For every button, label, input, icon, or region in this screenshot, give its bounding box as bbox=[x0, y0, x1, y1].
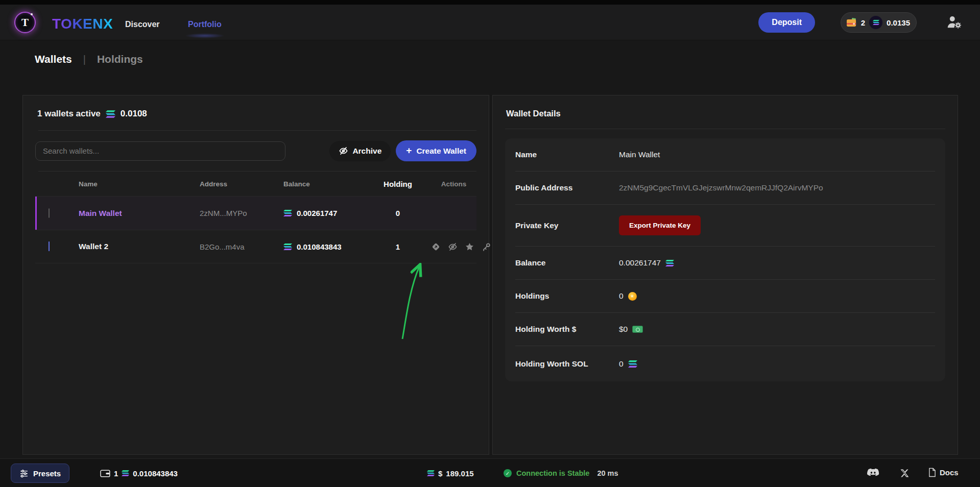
wallet-balance-badge[interactable]: 2 0.0135 bbox=[841, 12, 917, 33]
discord-icon[interactable] bbox=[867, 468, 880, 479]
search-input[interactable] bbox=[35, 141, 285, 161]
name-value: Main Wallet bbox=[619, 150, 935, 159]
sol-bubble bbox=[869, 16, 882, 29]
wallet-icon bbox=[846, 18, 857, 28]
active-wallets-summary: 1 wallets active bbox=[37, 109, 101, 119]
presets-button[interactable]: Presets bbox=[11, 464, 69, 483]
export-private-key-button[interactable]: Export Private Key bbox=[619, 215, 701, 235]
presets-label: Presets bbox=[33, 469, 61, 478]
tab-holdings[interactable]: Holdings bbox=[97, 53, 143, 65]
logo-letter: T bbox=[21, 16, 29, 29]
header-name: Name bbox=[79, 180, 200, 188]
name-label: Name bbox=[515, 150, 619, 159]
favorite-star-icon[interactable] bbox=[465, 242, 474, 252]
coin-icon: ★ bbox=[628, 292, 637, 301]
solana-icon bbox=[665, 260, 674, 266]
sol-amount: 0.0135 bbox=[887, 18, 910, 27]
document-icon bbox=[928, 468, 936, 477]
price-symbol: $ bbox=[438, 469, 442, 478]
hide-eye-off-icon[interactable] bbox=[448, 242, 458, 252]
x-twitter-icon[interactable] bbox=[900, 469, 909, 478]
wallet-balance: 0.00261747 bbox=[297, 209, 337, 217]
solana-icon bbox=[106, 110, 115, 118]
statusbar-wallet-count: 1 bbox=[114, 469, 118, 478]
docs-label: Docs bbox=[940, 468, 959, 477]
statusbar-wallet-total: 1 0.010843843 bbox=[100, 459, 178, 487]
user-settings-icon[interactable] bbox=[946, 15, 962, 29]
divider bbox=[38, 130, 476, 131]
archive-button[interactable]: Archive bbox=[329, 141, 391, 161]
wallet-holding: 0 bbox=[365, 209, 431, 217]
nav-item-portfolio[interactable]: Portfolio bbox=[188, 20, 222, 29]
status-bar: Presets 1 0.010843843 $ 189.015 ✓ Connec… bbox=[0, 458, 980, 487]
solana-icon bbox=[873, 20, 879, 25]
statusbar-wallet-sol: 0.010843843 bbox=[133, 469, 178, 478]
wallet-row-main-wallet[interactable]: Main Wallet 2zNM...MYPo 0.00261747 0 bbox=[35, 196, 476, 230]
row-checkbox[interactable] bbox=[49, 241, 50, 251]
solana-icon bbox=[427, 470, 435, 476]
deposit-button[interactable]: Deposit bbox=[758, 12, 815, 33]
tab-wallets[interactable]: Wallets bbox=[35, 53, 72, 65]
holdings-value: 0 bbox=[619, 291, 624, 301]
public-address-value: 2zNM5g9CgecTmVLGJejzswrMnw2qemRJJfQ2Airv… bbox=[619, 183, 935, 192]
row-checkbox[interactable] bbox=[49, 208, 50, 218]
divider bbox=[505, 129, 945, 129]
page-tabs: Wallets | Holdings bbox=[35, 53, 143, 65]
window-top-strip bbox=[0, 0, 980, 5]
sol-price: $ 189.015 bbox=[427, 459, 474, 487]
latency-value: 20 ms bbox=[597, 469, 618, 477]
holding-worth-usd-label: Holding Worth $ bbox=[515, 325, 619, 334]
holding-worth-sol-label: Holding Worth SOL bbox=[515, 357, 588, 371]
connection-text: Connection is Stable bbox=[516, 469, 589, 477]
public-address-label: Public Address bbox=[515, 183, 619, 192]
private-key-label: Private Key bbox=[515, 221, 619, 230]
wallets-panel: 1 wallets active 0.0108 Archive + Create… bbox=[22, 95, 489, 455]
private-key-icon[interactable] bbox=[482, 242, 491, 252]
plus-icon: + bbox=[406, 145, 412, 156]
balance-value: 0.00261747 bbox=[619, 258, 661, 267]
brand-logo[interactable]: T bbox=[14, 12, 36, 33]
brand-name: TOKENX bbox=[52, 16, 113, 32]
connection-status: ✓ Connection is Stable 20 ms bbox=[504, 459, 618, 487]
wallet-count: 2 bbox=[861, 18, 865, 27]
wallet-name: Wallet 2 bbox=[79, 242, 200, 251]
wallet-address: 2zNM...MYPo bbox=[200, 209, 283, 217]
balance-label: Balance bbox=[515, 258, 619, 267]
wallet-name: Main Wallet bbox=[79, 209, 200, 218]
navbar: T TOKENX Discover Portfolio Deposit 2 0.… bbox=[0, 5, 980, 40]
solana-icon bbox=[122, 470, 129, 476]
create-wallet-button[interactable]: + Create Wallet bbox=[396, 140, 476, 161]
check-circle-icon: ✓ bbox=[504, 469, 512, 477]
header-address: Address bbox=[200, 180, 283, 188]
sliders-icon bbox=[19, 469, 29, 478]
holding-worth-sol-value: 0 bbox=[619, 359, 624, 369]
active-wallets-sol: 0.0108 bbox=[121, 109, 147, 119]
header-balance: Balance bbox=[283, 180, 365, 188]
wallet-address: B2Go...m4va bbox=[200, 242, 283, 251]
wallet-row-wallet-2[interactable]: Wallet 2 B2Go...m4va 0.010843843 1 bbox=[35, 230, 476, 263]
holdings-label: Holdings bbox=[515, 291, 619, 301]
wallet-holding: 1 bbox=[365, 242, 431, 251]
details-title: Wallet Details bbox=[505, 109, 945, 118]
wallet-balance: 0.010843843 bbox=[297, 242, 342, 251]
docs-link[interactable]: Docs bbox=[928, 468, 959, 477]
header-holding: Holding bbox=[365, 180, 431, 188]
money-icon bbox=[632, 326, 643, 333]
solana-icon bbox=[283, 210, 292, 216]
tab-separator: | bbox=[83, 54, 86, 65]
create-wallet-label: Create Wallet bbox=[416, 147, 466, 156]
nav-item-discover[interactable]: Discover bbox=[125, 20, 160, 29]
wallet-outline-icon bbox=[100, 469, 110, 478]
solana-icon bbox=[283, 243, 292, 250]
header-actions: Actions bbox=[431, 180, 476, 188]
archive-label: Archive bbox=[352, 147, 381, 156]
wallet-details-panel: Wallet Details Name Main Wallet Public A… bbox=[492, 95, 958, 455]
solana-icon bbox=[628, 360, 637, 368]
details-card: Name Main Wallet Public Address 2zNM5g9C… bbox=[505, 138, 945, 381]
send-icon[interactable] bbox=[431, 242, 441, 252]
eye-off-icon bbox=[339, 146, 348, 156]
holding-worth-usd-value: $0 bbox=[619, 325, 628, 334]
wallet-table-header: Name Address Balance Holding Actions bbox=[35, 172, 476, 196]
row-actions bbox=[431, 242, 491, 252]
price-value: 189.015 bbox=[446, 469, 473, 478]
